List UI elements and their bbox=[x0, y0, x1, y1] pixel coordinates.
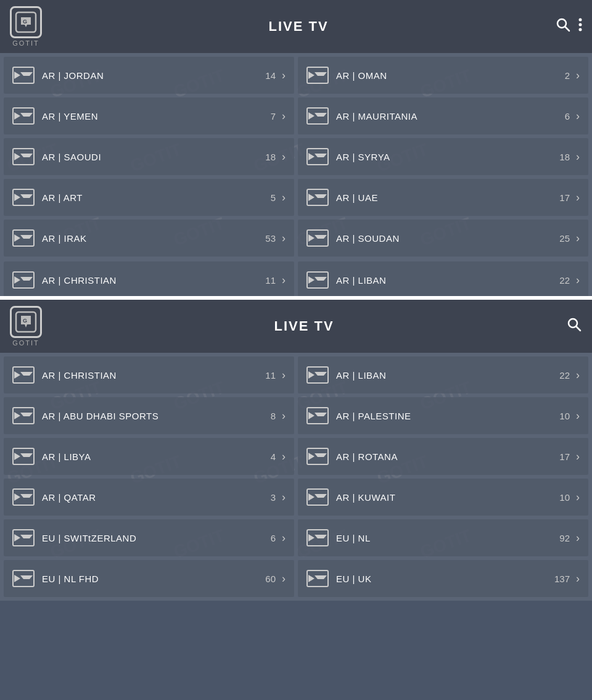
channel-count: 25 bbox=[559, 233, 570, 244]
channel-item[interactable]: EU | NL FHD 60 › bbox=[4, 560, 294, 597]
play-icon bbox=[14, 534, 20, 541]
channel-item[interactable]: AR | SYRYA 18 › bbox=[298, 138, 588, 175]
channel-item[interactable]: AR | SOUDAN 25 › bbox=[298, 220, 588, 257]
play-icon bbox=[14, 412, 20, 419]
play-icon bbox=[308, 493, 314, 501]
tv-icon bbox=[12, 189, 35, 206]
channel-item[interactable]: AR | PALESTINE 10 › bbox=[298, 397, 588, 434]
logo-text-bottom: GOTIT bbox=[12, 339, 39, 347]
channel-item[interactable]: AR | ABU DHABI SPORTS 8 › bbox=[4, 397, 294, 434]
search-button-bottom[interactable] bbox=[566, 316, 582, 336]
channel-item[interactable]: AR | UAE 17 › bbox=[298, 179, 588, 216]
channel-item[interactable]: EU | NL 92 › bbox=[298, 519, 588, 556]
bottom-channel-grid: AR | CHRISTIAN 11 › AR | LIBAN 22 › AR |… bbox=[0, 353, 592, 601]
chevron-icon: › bbox=[282, 232, 286, 245]
channel-item[interactable]: AR | KUWAIT 10 › bbox=[298, 479, 588, 516]
channel-item[interactable]: AR | LIBYA 4 › bbox=[4, 438, 294, 475]
channel-count: 137 bbox=[554, 574, 570, 584]
play-icon bbox=[308, 112, 314, 120]
tv-icon bbox=[306, 570, 329, 587]
channel-name: AR | LIBYA bbox=[42, 451, 271, 462]
svg-point-4 bbox=[579, 19, 582, 22]
svg-line-3 bbox=[565, 27, 570, 31]
channel-name: AR | OMAN bbox=[336, 70, 565, 81]
play-icon bbox=[308, 72, 314, 79]
chevron-icon: › bbox=[576, 274, 580, 287]
channel-item[interactable]: AR | ART 5 › bbox=[4, 179, 294, 216]
play-icon bbox=[308, 371, 314, 379]
channel-name: AR | CHRISTIAN bbox=[42, 275, 265, 286]
channel-item[interactable]: AR | CHRISTIAN 11 › bbox=[4, 261, 294, 296]
channel-name: AR | ABU DHABI SPORTS bbox=[42, 411, 271, 421]
channel-count: 53 bbox=[265, 233, 276, 244]
top-section: GOTIT GOTIT GOTIT GOTIT GOTIT GOTIT GOTI… bbox=[0, 0, 592, 300]
chevron-icon: › bbox=[282, 410, 286, 422]
chevron-icon: › bbox=[576, 150, 580, 163]
channel-item[interactable]: AR | IRAK 53 › bbox=[4, 220, 294, 257]
channel-count: 6 bbox=[565, 111, 570, 121]
top-partial-row: AR | CHRISTIAN 11 › AR | LIBAN 22 › bbox=[0, 260, 592, 296]
tv-icon bbox=[306, 107, 329, 125]
channel-name: AR | SOUDAN bbox=[336, 233, 559, 244]
channel-count: 18 bbox=[559, 152, 570, 162]
channel-item[interactable]: AR | OMAN 2 › bbox=[298, 57, 588, 94]
svg-text:G: G bbox=[23, 19, 27, 25]
menu-button[interactable] bbox=[578, 17, 582, 36]
chevron-icon: › bbox=[576, 532, 580, 545]
channel-name: EU | SWITtZERLAND bbox=[42, 533, 271, 543]
channel-name: AR | ART bbox=[42, 192, 271, 203]
channel-count: 92 bbox=[559, 533, 570, 543]
chevron-icon: › bbox=[282, 491, 286, 504]
page-title-bottom: LIVE TV bbox=[274, 318, 334, 334]
channel-count: 22 bbox=[559, 370, 570, 381]
channel-item[interactable]: EU | UK 137 › bbox=[298, 560, 588, 597]
channel-item[interactable]: AR | SAOUDI 18 › bbox=[4, 138, 294, 175]
play-icon bbox=[308, 453, 314, 460]
search-button[interactable] bbox=[555, 17, 571, 36]
channel-count: 17 bbox=[559, 192, 570, 203]
play-icon bbox=[14, 72, 20, 79]
channel-item[interactable]: EU | SWITtZERLAND 6 › bbox=[4, 519, 294, 556]
play-icon bbox=[308, 194, 314, 201]
channel-item[interactable]: AR | YEMEN 7 › bbox=[4, 97, 294, 134]
channel-item[interactable]: AR | ROTANA 17 › bbox=[298, 438, 588, 475]
chevron-icon: › bbox=[282, 69, 286, 82]
channel-count: 14 bbox=[265, 70, 276, 81]
channel-name: EU | UK bbox=[336, 574, 554, 584]
channel-count: 3 bbox=[271, 492, 276, 503]
channel-name: AR | KUWAIT bbox=[336, 492, 559, 503]
channel-count: 7 bbox=[271, 111, 276, 121]
chevron-icon: › bbox=[282, 369, 286, 382]
chevron-icon: › bbox=[576, 450, 580, 463]
logo-bottom: G GOTIT bbox=[10, 306, 42, 347]
top-channel-grid: AR | JORDAN 14 › AR | OMAN 2 › AR | YEME… bbox=[0, 53, 592, 260]
channel-count: 17 bbox=[559, 451, 570, 462]
channel-item[interactable]: AR | MAURITANIA 6 › bbox=[298, 97, 588, 134]
channel-count: 11 bbox=[265, 275, 276, 286]
chevron-icon: › bbox=[282, 532, 286, 545]
svg-line-10 bbox=[577, 327, 581, 331]
channel-item[interactable]: AR | LIBAN 22 › bbox=[298, 356, 588, 393]
svg-point-6 bbox=[579, 28, 582, 31]
channel-name: AR | LIBAN bbox=[336, 275, 559, 286]
play-icon bbox=[14, 234, 20, 242]
play-icon bbox=[308, 534, 314, 541]
chevron-icon: › bbox=[282, 274, 286, 287]
tv-icon bbox=[12, 67, 35, 84]
channel-item[interactable]: AR | QATAR 3 › bbox=[4, 479, 294, 516]
channel-count: 8 bbox=[271, 411, 276, 421]
play-icon bbox=[308, 575, 314, 582]
svg-text:G: G bbox=[23, 318, 27, 324]
play-icon bbox=[14, 371, 20, 379]
channel-item[interactable]: AR | CHRISTIAN 11 › bbox=[4, 356, 294, 393]
tv-icon bbox=[12, 271, 35, 289]
channel-count: 10 bbox=[559, 492, 570, 503]
channel-item[interactable]: AR | LIBAN 22 › bbox=[298, 261, 588, 296]
chevron-icon: › bbox=[576, 110, 580, 123]
channel-name: AR | CHRISTIAN bbox=[42, 370, 265, 381]
chevron-icon: › bbox=[576, 491, 580, 504]
channel-item[interactable]: AR | JORDAN 14 › bbox=[4, 57, 294, 94]
tv-icon bbox=[306, 189, 329, 206]
channel-count: 4 bbox=[271, 451, 276, 462]
tv-icon bbox=[306, 366, 329, 384]
